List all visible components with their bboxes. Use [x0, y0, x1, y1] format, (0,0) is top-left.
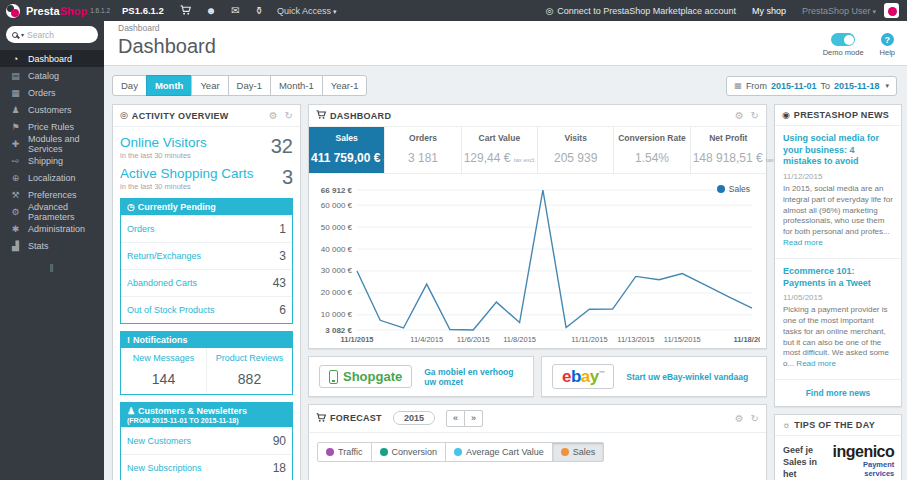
user-label: PrestaShop User: [802, 6, 871, 16]
article-title-link[interactable]: Ecommerce 101: Payments in a Tweet: [783, 266, 893, 289]
prestashop-logo[interactable]: [6, 4, 20, 18]
ebay-link[interactable]: Start uw eBay-winkel vandaag: [626, 372, 748, 382]
range-day-1-button[interactable]: Day-1: [228, 75, 271, 96]
legend-conversion-button[interactable]: Conversion: [371, 443, 446, 461]
active-carts-metric: Active Shopping Carts in the last 30 min…: [120, 166, 293, 191]
phone-icon: [329, 370, 338, 384]
toggle-icon[interactable]: [831, 33, 855, 46]
date-range-picker[interactable]: ▦ From 2015-11-01 To 2015-11-18 ▾: [726, 76, 897, 96]
sidebar-item-label: Shipping: [28, 156, 63, 166]
kpi-orders[interactable]: Orders3 181: [384, 127, 460, 173]
shop-code[interactable]: PS1.6.1.2: [122, 5, 164, 16]
sidebar-item-dashboard[interactable]: ◔Dashboard: [0, 50, 104, 67]
find-more-news-link[interactable]: Find more news: [775, 380, 901, 406]
marketplace-link[interactable]: ◎Connect to PrestaShop Marketplace accou…: [545, 6, 735, 16]
marketplace-icon: ◎: [545, 6, 553, 16]
gear-icon[interactable]: ⚙: [269, 110, 278, 121]
pending-row-out-of-stock: Out of Stock Products6: [121, 296, 292, 323]
avatar[interactable]: [884, 3, 899, 18]
kpi-net-profit[interactable]: Net Profit148 918,51 € tax excl.: [690, 127, 766, 173]
legend-average-cart-value-button[interactable]: Average Cart Value: [445, 443, 552, 461]
kpi-conversion-rate[interactable]: Conversion Rate1.54%: [613, 127, 689, 173]
user-menu[interactable]: PrestaShop User▾: [802, 6, 876, 16]
search-icon: [12, 32, 18, 38]
cell-link[interactable]: New Messages: [123, 353, 204, 363]
online-visitors-link[interactable]: Online Visitors: [120, 135, 207, 150]
gear-icon[interactable]: ⚙: [735, 110, 744, 121]
sidebar-item-price-rules[interactable]: ⚑Price Rules: [0, 118, 104, 135]
kpi-value: 148 918,51 €: [693, 151, 763, 165]
kpi-visits[interactable]: Visits205 939: [537, 127, 613, 173]
gear-icon[interactable]: ⚙: [735, 413, 744, 424]
row-link[interactable]: Abandoned Carts: [127, 278, 197, 288]
demo-mode-toggle[interactable]: Demo mode: [823, 33, 864, 57]
chart-legend: Sales: [717, 184, 750, 194]
search-input[interactable]: [27, 30, 92, 40]
row-link[interactable]: New Customers: [127, 436, 191, 446]
preferences-icon: ⚒: [10, 190, 21, 200]
sidebar-item-shipping[interactable]: ⇨Shipping: [0, 152, 104, 169]
next-year-button[interactable]: »: [464, 410, 483, 427]
legend-sales-button[interactable]: Sales: [552, 443, 604, 461]
help-button[interactable]: ? Help: [880, 33, 895, 57]
brand-name[interactable]: PrestaShop: [26, 5, 87, 17]
kpi-value: 411 759,00 €: [311, 151, 380, 165]
shopgate-link[interactable]: Ga mobiel en verhoog uw omzet: [424, 367, 523, 387]
ingenico-logo: ingenico Paymentservices: [832, 444, 894, 480]
sidebar-item-modules[interactable]: ✚Modules and Services: [0, 135, 104, 152]
read-more-link[interactable]: Read more: [783, 238, 823, 247]
sidebar-item-catalog[interactable]: ▤Catalog: [0, 67, 104, 84]
customer-icon[interactable]: ☻: [206, 6, 217, 16]
row-link[interactable]: Return/Exchanges: [127, 251, 201, 261]
sidebar-item-customers[interactable]: ♟Customers: [0, 101, 104, 118]
shopgate-brand: Shopgate: [343, 369, 402, 384]
quick-access-menu[interactable]: Quick Access▾: [277, 6, 337, 16]
sidebar-item-label: Stats: [28, 241, 49, 251]
mail-icon[interactable]: ✉: [231, 6, 239, 16]
sidebar-item-stats[interactable]: ▟Stats: [0, 237, 104, 254]
range-month-1-button[interactable]: Month-1: [270, 75, 323, 96]
sidebar-item-localization[interactable]: ⊕Localization: [0, 169, 104, 186]
news-icon: ◉: [782, 111, 790, 120]
sidebar-item-preferences[interactable]: ⚒Preferences: [0, 186, 104, 203]
traffic-dot-icon: [326, 448, 334, 456]
cart-icon[interactable]: [180, 5, 191, 17]
sidebar-item-advanced-parameters[interactable]: ⚙Advanced Parameters: [0, 203, 104, 220]
prestashop-admin-window: PrestaShop 1.6.1.2 PS1.6.1.2 ☻ ✉ ⚱ Quick…: [0, 0, 907, 480]
row-link[interactable]: New Subscriptions: [127, 463, 202, 473]
kpi-suffix: tax excl.: [514, 157, 536, 163]
my-shop-link[interactable]: My shop: [752, 6, 786, 16]
read-more-link[interactable]: Read more: [796, 359, 836, 368]
kpi-cart-value[interactable]: Cart Value129,44 € tax excl.: [461, 127, 537, 173]
sidebar-search[interactable]: ▾: [6, 26, 98, 43]
metric-subtitle: in the last 30 minutes: [120, 151, 207, 160]
row-link[interactable]: Out of Stock Products: [127, 305, 215, 315]
person-icon: ♟: [127, 406, 135, 416]
cell-link[interactable]: Product Reviews: [209, 353, 290, 363]
legend-traffic-button[interactable]: Traffic: [318, 443, 371, 461]
range-month-button[interactable]: Month: [146, 75, 193, 96]
sidebar-item-orders[interactable]: ▦Orders: [0, 84, 104, 101]
article-title-link[interactable]: Using social media for your business: 4 …: [783, 133, 893, 168]
refresh-icon[interactable]: ↻: [751, 413, 759, 424]
kpi-sales[interactable]: Sales411 759,00 € tax excl.: [309, 127, 384, 173]
range-year-1-button[interactable]: Year-1: [322, 75, 368, 96]
refresh-icon[interactable]: ↻: [751, 110, 759, 121]
sidebar-item-label: Preferences: [28, 190, 77, 200]
sidebar-item-administration[interactable]: ✱Administration: [0, 220, 104, 237]
previous-year-button[interactable]: «: [446, 410, 465, 427]
row-link[interactable]: Orders: [127, 224, 155, 234]
trophy-icon[interactable]: ⚱: [255, 6, 263, 16]
news-article: Using social media for your business: 4 …: [775, 126, 901, 259]
kpi-label: Conversion Rate: [616, 133, 687, 143]
calendar-icon: ▦: [734, 81, 742, 90]
svg-text:11/15/2015: 11/15/2015: [664, 335, 701, 344]
sidebar-collapse-button[interactable]: ‖: [0, 263, 104, 274]
panel-title: PRESTASHOP NEWS: [794, 110, 889, 120]
trademark: ™: [599, 370, 605, 376]
breadcrumb[interactable]: Dashboard: [118, 23, 895, 33]
active-carts-link[interactable]: Active Shopping Carts: [120, 166, 254, 181]
range-year-button[interactable]: Year: [191, 75, 228, 96]
refresh-icon[interactable]: ↻: [285, 110, 293, 121]
range-day-button[interactable]: Day: [112, 75, 147, 96]
